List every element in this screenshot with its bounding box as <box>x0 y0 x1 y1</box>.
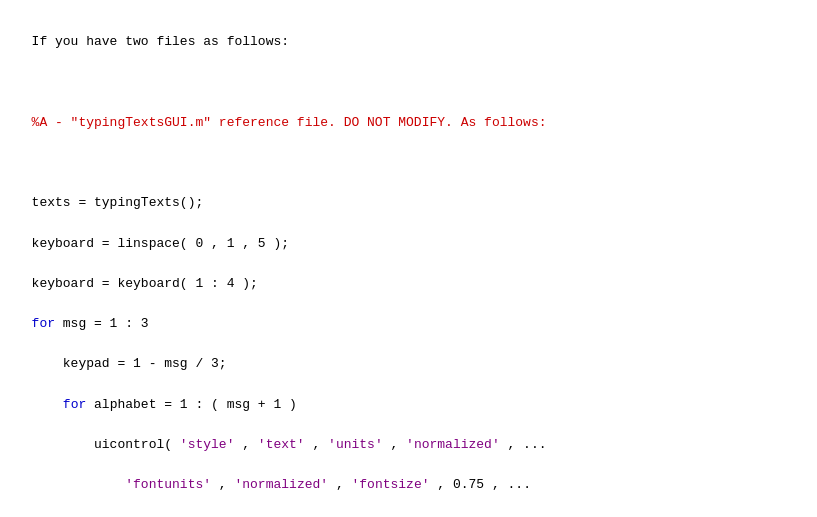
code-keyboard2: keyboard = keyboard( 1 : 4 ); <box>32 276 258 291</box>
intro-line: If you have two files as follows: <box>32 34 289 49</box>
code-uicontrol2-indent <box>32 477 126 492</box>
code-normalized-val2: 'normalized' <box>234 477 328 492</box>
code-text-val: 'text' <box>258 437 305 452</box>
code-comma3: , <box>211 477 234 492</box>
code-normalized-val1: 'normalized' <box>406 437 500 452</box>
code-keypad: keypad = 1 - msg / 3; <box>32 356 227 371</box>
code-style-kw: 'style' <box>180 437 235 452</box>
code-for1: for <box>32 316 55 331</box>
code-for2-keyword: for <box>63 397 86 412</box>
code-fontunits: 'fontunits' <box>125 477 211 492</box>
code-cont1: , ... <box>500 437 547 452</box>
code-units-val: 'units' <box>328 437 383 452</box>
code-fontsize: 'fontsize' <box>352 477 430 492</box>
section-a-header: %A - "typingTextsGUI.m" reference file. … <box>32 115 547 130</box>
code-comma2: , <box>383 437 406 452</box>
code-content: If you have two files as follows: %A - "… <box>16 12 801 517</box>
code-keyboard1: keyboard = linspace( 0 , 1 , 5 ); <box>32 236 289 251</box>
code-for2-indent <box>32 397 63 412</box>
code-uicontrol1: uicontrol( <box>32 437 180 452</box>
code-for2-rest: alphabet = 1 : ( msg + 1 ) <box>86 397 297 412</box>
code-for1-rest: msg = 1 : 3 <box>55 316 149 331</box>
code-comma1: , <box>234 437 257 452</box>
code-units-kw: , <box>305 437 328 452</box>
code-comma4: , <box>328 477 351 492</box>
code-fontsize-val: , 0.75 , ... <box>430 477 531 492</box>
code-texts: texts = typingTexts(); <box>32 195 204 210</box>
